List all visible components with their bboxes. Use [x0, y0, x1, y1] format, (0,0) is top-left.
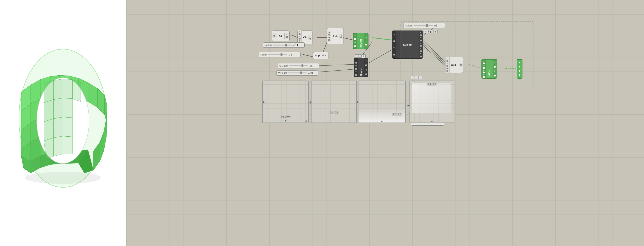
cir-label: Cir [302, 35, 308, 40]
panel-1-label: 0.5 ; 0.0 [280, 115, 290, 118]
svg-marker-43 [63, 98, 72, 118]
radius-label: Radius [264, 44, 272, 46]
port-o-xy [274, 35, 275, 37]
ucount-value: 1◇ [310, 64, 313, 67]
far-port-3 [519, 70, 520, 72]
xy-label: XY [277, 33, 284, 38]
port-d-subsrf [354, 45, 356, 47]
port-p-cir [299, 33, 300, 35]
svg-marker-41 [44, 100, 54, 122]
panel-1-left-arrow: ▶ [263, 100, 265, 103]
port-s-out [365, 44, 367, 46]
ucount-track[interactable] [289, 65, 308, 66]
port-s-subsrf [354, 38, 356, 40]
svg-marker-44 [44, 119, 54, 141]
far-port-1 [519, 62, 520, 64]
viewport-3d [0, 0, 126, 246]
panel-2-left-connector: ◀ [309, 100, 311, 103]
divide-node[interactable]: I U V Divide + S [354, 58, 368, 77]
radius-slider[interactable]: Radius ◇14 [263, 42, 304, 48]
factor-track[interactable] [268, 54, 287, 55]
extrude-node[interactable]: B D Extr E [327, 28, 344, 44]
panel-3-inner: 1.0 ; 0.5 ◀ ▲ [358, 81, 405, 122]
port-p-xy [286, 36, 288, 38]
svg-marker-40 [72, 80, 81, 102]
radius-value: ◇14 [294, 44, 298, 46]
panel-4-label: 0.5 ; 1.0 [427, 83, 437, 86]
panel-1-inner: 0.5 ; 0.0 ▼ ▶ [263, 81, 308, 122]
xy-plane-node[interactable]: XY P [272, 30, 290, 41]
vcount-slider[interactable]: V Count ◇10 [276, 70, 318, 76]
ucount-slider[interactable]: U Count 1◇ [278, 63, 320, 68]
subsrf-label: SubSrf [357, 33, 364, 49]
grasshopper-canvas[interactable]: XY P P R D Cir C B D Extr E [126, 0, 644, 246]
divide-label: Divide [358, 58, 364, 77]
vcount-track[interactable] [288, 72, 307, 74]
divide-toggle-1[interactable] [355, 54, 358, 58]
svg-marker-46 [63, 117, 72, 137]
port-c-out [309, 38, 311, 40]
panel-1-corner-indicator [305, 120, 307, 122]
svg-marker-48 [54, 136, 63, 156]
panel4-btn-1[interactable] [411, 76, 414, 79]
panel4-btn-3[interactable] [418, 76, 422, 79]
divide-expand-btn[interactable]: + [362, 54, 366, 58]
dispatch-v-label: V [322, 54, 324, 57]
port-v-dispatch-out [325, 55, 326, 56]
port-u-divide [355, 68, 357, 70]
svg-marker-37 [44, 80, 54, 103]
panel-1[interactable]: 0.5 ; 0.0 ▼ ▶ [262, 80, 309, 123]
port-d-extr [328, 39, 330, 41]
port-i-divide [355, 62, 357, 64]
panel-2[interactable]: 0.0 ; 0.5 ◀ [311, 80, 357, 123]
vcount-value: ◇10 [308, 72, 313, 74]
dispatch-node[interactable]: ▶ V [313, 52, 328, 59]
far-port-2 [519, 66, 520, 68]
port-b-extr [328, 34, 330, 36]
svg-marker-49 [63, 136, 72, 154]
panel-3[interactable]: 1.0 ; 0.5 ◀ ▲ [358, 80, 406, 123]
panel-2-inner: 0.0 ; 0.5 ◀ [312, 81, 356, 122]
subsrf-node[interactable]: S D SubSrf S [353, 33, 368, 49]
panel-2-label: 0.0 ; 0.5 [329, 111, 339, 114]
port-r-cir [299, 38, 300, 40]
port-v-divide [355, 74, 357, 76]
far-right-node[interactable] [517, 59, 522, 79]
port-uv-eval [393, 54, 395, 56]
panel4-btn-2[interactable] [415, 76, 418, 79]
panel-3-bottom-arrow: ▲ [381, 120, 383, 122]
port-s-divide-out [365, 74, 367, 75]
dispatch-label: ▶ [318, 54, 321, 57]
extr-label: Extr [331, 34, 339, 38]
factor-slider[interactable]: Factor ◇4 [259, 52, 300, 57]
far-port-4 [519, 74, 520, 76]
vcount-label: V Count [278, 72, 287, 74]
ring-3d-view [13, 34, 113, 212]
svg-marker-39 [63, 79, 72, 99]
panel-4-gradient [412, 84, 452, 113]
panel-3-label: 1.0 ; 0.5 [392, 113, 402, 116]
panel-4-bottom-arrow: ▲ [431, 120, 433, 122]
panel-4[interactable]: 0.5 ; 1.0 ▲ [410, 80, 454, 123]
divide-toggle-2[interactable] [358, 54, 362, 58]
port-f-dispatch [315, 55, 316, 56]
svg-marker-42 [54, 98, 63, 119]
canvas-grid [126, 0, 644, 246]
panel-1-arrow: ▼ [284, 120, 287, 122]
port-plus-out [365, 64, 367, 66]
panel-4-inner: 0.5 ; 1.0 ▲ [410, 81, 454, 122]
radius-track[interactable] [273, 44, 292, 46]
panel-3-left-connector: ◀ [356, 100, 358, 103]
svg-marker-38 [54, 79, 63, 100]
ucount-label: U Count [279, 64, 288, 67]
svg-marker-45 [54, 117, 63, 138]
port-s-eval [393, 40, 395, 42]
factor-label: Factor [260, 54, 267, 56]
port-e-out [340, 36, 342, 38]
factor-value: ◇4 [289, 54, 292, 56]
